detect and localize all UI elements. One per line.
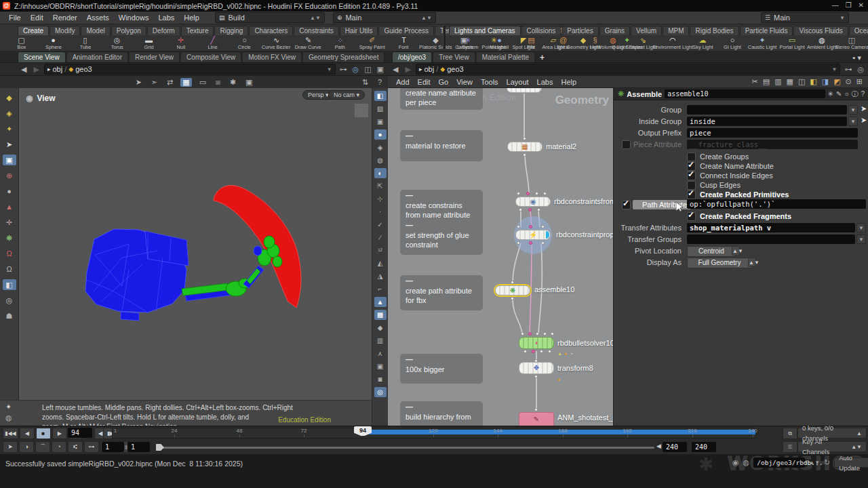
display-option-icon[interactable]: ▲ [374,297,387,307]
update-mode-button[interactable]: Auto Update▲▼ [834,458,868,468]
shelf-tab[interactable]: Grains [599,26,630,35]
forward-arrow-icon[interactable]: ▶ [403,65,412,74]
parameter-checkbox[interactable]: Cusp Edges [687,180,789,190]
display-option-icon[interactable]: ● [374,129,387,140]
shelf-tab[interactable]: Deform [147,26,180,35]
sticky-note[interactable]: create name attribute per piece [400,88,483,110]
gear-icon[interactable]: ✳ [828,90,833,98]
shelf-tab[interactable]: Characters [249,26,293,35]
pane-menu-icon[interactable]: ▪ ▾ [853,54,861,62]
network-toolbar-icon[interactable]: ▥ [774,77,781,86]
target-icon[interactable]: ◎ [856,65,865,74]
shelf-divider[interactable] [443,26,446,49]
shelf-tab[interactable]: Rigging [214,26,248,35]
playbar-option-icon[interactable]: ◑ [19,441,34,453]
network-toolbar-icon[interactable]: ◩ [833,77,840,86]
menu-item[interactable]: Assets [82,12,114,23]
playbar-option-icon[interactable]: ⑆ [68,441,83,453]
node-name-field[interactable]: assemble10 [665,89,825,98]
shelf-tool[interactable]: ◆Geometry Light [568,36,598,50]
refresh-icon[interactable]: ↻ [824,458,830,467]
shelf-tool[interactable]: ▭Portal Light [777,36,807,50]
pivot-location-menu[interactable]: Centroid [687,246,736,257]
display-option-icon[interactable]: ✓ [374,220,387,230]
shelf-tab[interactable]: Create [18,26,49,35]
view-layout-thumb[interactable] [354,103,369,118]
range-start2-field[interactable]: 1 [127,442,150,452]
tool-icon[interactable]: ◈ [3,108,16,119]
network-toolbar-icon[interactable]: ◧ [810,77,816,86]
tool-icon[interactable]: ✦ [3,123,16,134]
path-dropdown-icon[interactable]: ▼ [327,66,332,73]
network-toolbar-icon[interactable]: ◫ [798,77,805,86]
shelf-tool[interactable]: ✎Draw Curve [292,36,324,50]
checkbox-icon[interactable] [687,190,696,199]
shelf-tab[interactable]: Lights and Cameras [449,26,521,35]
play-button[interactable]: ▶ [52,428,67,439]
key-icon[interactable]: ⚿ [783,441,797,453]
group-field[interactable] [687,105,847,115]
shelf-tool[interactable]: ▢Box [5,36,37,50]
network-toolbar-icon[interactable]: ▤ [763,77,770,86]
tool-icon[interactable]: Ω [3,248,16,259]
shelf-tool[interactable]: ⁘Path [324,36,356,50]
pin-icon[interactable]: ⊶ [843,65,853,74]
group-dropdown[interactable]: ▼ [848,105,858,115]
shelf-tab[interactable]: Texture [181,26,214,35]
display-option-icon[interactable]: ⌐ [374,284,387,294]
path-field[interactable]: ▸ obj / ◆ geo3 ▼ [416,64,840,75]
display-option-icon[interactable]: ▣ [374,117,387,127]
inside-group-field[interactable]: inside [687,117,847,126]
display-option-icon[interactable]: ▧ [374,104,387,114]
menu-item[interactable]: Edit [414,77,435,87]
display-as-menu[interactable]: Full Geometry [687,258,752,268]
shelf-tool[interactable]: ╱Line [197,36,229,50]
tool-icon[interactable]: ❋ [3,232,16,243]
forward-arrow-icon[interactable]: ▶ [31,65,41,74]
viewport-tool-icon[interactable]: ▦ [180,78,191,87]
pane-tab[interactable]: Composite View [180,52,241,62]
path-field[interactable]: ▸ obj / ◆ geo3 ▼ [44,64,336,75]
layout-icon[interactable]: ▣ [376,65,385,74]
range-slider[interactable] [156,444,654,451]
rewind-button[interactable]: ▮◀◀ [3,428,18,439]
network-node[interactable]: ◖ [519,337,554,349]
playbar-option-icon[interactable]: ⌒ [35,441,50,453]
sticky-note[interactable]: material to restore [400,130,483,161]
shelf-tool[interactable]: ▬Grid [133,36,165,50]
camera-selector[interactable]: No cam ▾ [328,90,365,100]
tool-icon[interactable]: ▲ [3,201,16,212]
range-end2-field[interactable]: 240 [692,442,716,452]
display-option-icon[interactable]: ▥ [374,336,387,346]
shelf-tab[interactable]: Vellum [631,26,662,35]
network-toolbar-icon[interactable]: ▦ [787,77,793,86]
back-arrow-icon[interactable]: ◀ [391,65,400,74]
viewport-tool-icon[interactable]: ◙ [214,78,222,87]
memory-icon[interactable]: ⧉ [783,428,797,439]
viewport-tool-icon[interactable]: ▣ [243,78,254,87]
network-node[interactable]: 🗋▦ [507,142,542,152]
timeline-ruler[interactable]: 1244872120144168192216240 94 [112,428,756,439]
display-option-icon[interactable]: ¹² [374,245,387,256]
display-option-icon[interactable]: ▩ [374,310,387,320]
help-icon[interactable]: ? [376,78,384,86]
pane-tab[interactable]: /obj/geo3 [392,52,432,62]
parameter-checkbox[interactable]: Create Name Attribute [687,161,789,171]
scene-selector[interactable]: ⊕ Main ▲▼ [333,12,436,23]
parameter-checkbox[interactable]: Create Packed Fragments [687,211,791,221]
tool-icon[interactable]: ◎ [3,295,16,306]
menu-item[interactable]: Layout [502,77,533,87]
shelf-tab[interactable]: MPM [663,26,689,35]
menu-item[interactable]: Add [392,77,414,87]
range-end-handle-icon[interactable]: ◀ [656,443,661,449]
pane-tab[interactable]: Animation Editor [66,52,128,62]
shelf-tab[interactable]: Viscous Fluids [793,26,848,35]
shelf-tool[interactable]: ◤Spot Light [509,36,538,50]
tool-icon[interactable]: ● [3,186,16,197]
shelf-tab[interactable]: Modify [50,26,80,35]
display-flag[interactable] [546,231,549,239]
viewport-tool-icon[interactable]: ➤ [134,78,144,87]
prev-frame-button[interactable]: ◀ [20,428,35,439]
network-node[interactable]: ✥ [519,362,554,374]
shelf-tool[interactable]: ○GI Light [717,36,747,50]
